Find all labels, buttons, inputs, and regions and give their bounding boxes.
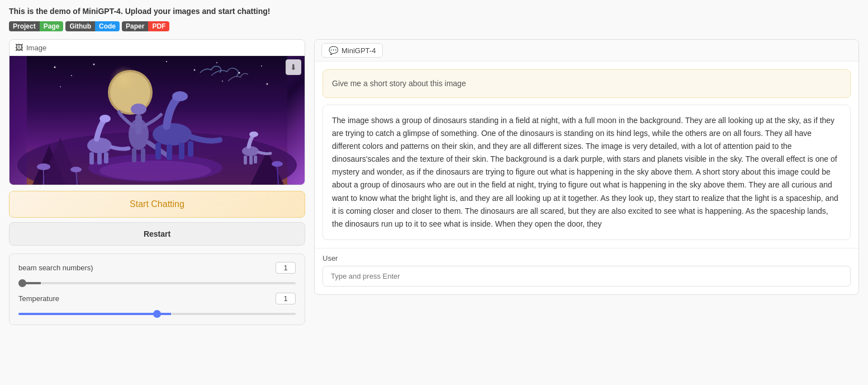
svg-rect-42 <box>249 156 253 165</box>
image-display <box>10 56 305 185</box>
chat-panel: 💬 MiniGPT-4 Give me a short story about … <box>314 39 859 295</box>
svg-point-22 <box>37 163 50 170</box>
beam-label: beam search numbers) <box>18 264 93 272</box>
svg-point-47 <box>70 167 82 172</box>
svg-rect-30 <box>155 143 161 159</box>
dino-scene-svg <box>10 56 305 185</box>
svg-point-12 <box>60 86 61 87</box>
user-message-text: Give me a short story about this image <box>332 79 466 88</box>
image-tab-icon: 🖼 <box>15 43 23 52</box>
badge-project[interactable]: Project Page <box>9 21 63 31</box>
restart-button[interactable]: Restart <box>9 222 305 246</box>
badge-project-left: Project <box>9 21 40 31</box>
image-container: 🖼 Image <box>9 39 305 185</box>
svg-rect-31 <box>167 144 172 160</box>
badge-github-right: Code <box>95 21 120 31</box>
svg-point-14 <box>222 81 223 82</box>
badge-project-right: Page <box>40 21 64 31</box>
svg-point-25 <box>131 104 146 115</box>
badge-paper[interactable]: Paper PDF <box>122 21 169 31</box>
image-tab-label: Image <box>26 44 46 52</box>
svg-point-5 <box>71 75 72 76</box>
svg-rect-33 <box>188 141 193 157</box>
svg-point-28 <box>153 123 192 145</box>
badge-paper-left: Paper <box>122 21 148 31</box>
assistant-message: The image shows a group of dinosaurs sta… <box>322 105 851 240</box>
left-panel: 🖼 Image <box>9 39 305 325</box>
svg-point-8 <box>194 69 196 71</box>
temperature-slider[interactable] <box>18 313 296 315</box>
svg-point-34 <box>87 138 112 153</box>
badge-row: Project Page Github Code Paper PDF <box>9 21 859 31</box>
svg-rect-43 <box>254 156 257 163</box>
user-input-label: User <box>322 254 851 262</box>
temperature-label: Temperature <box>18 294 59 303</box>
svg-point-17 <box>99 161 211 181</box>
chat-messages: Give me a short story about this image T… <box>315 62 858 248</box>
svg-point-6 <box>93 64 95 65</box>
svg-rect-24 <box>135 115 142 134</box>
badge-paper-right: PDF <box>148 21 169 31</box>
chat-tab-bar: 💬 MiniGPT-4 <box>315 40 858 62</box>
controls-panel: beam search numbers) 1 Temperature 1 <box>9 253 305 325</box>
svg-point-11 <box>261 65 262 67</box>
start-chatting-button[interactable]: Start Chatting <box>9 191 305 218</box>
svg-point-35 <box>99 115 111 123</box>
page-title: This is the demo of MiniGPT-4. Upload yo… <box>9 7 859 16</box>
chat-tab-icon: 💬 <box>329 46 338 55</box>
chat-input-area: User <box>315 248 858 294</box>
chat-tab-label: MiniGPT-4 <box>341 46 376 55</box>
chat-input[interactable] <box>322 266 851 287</box>
svg-point-4 <box>54 67 56 68</box>
temperature-control: Temperature 1 <box>18 293 296 317</box>
svg-rect-41 <box>244 156 247 165</box>
svg-rect-27 <box>141 148 145 162</box>
svg-point-13 <box>267 83 268 85</box>
svg-rect-32 <box>179 143 184 159</box>
user-message: Give me a short story about this image <box>322 69 851 98</box>
svg-point-29 <box>172 91 188 101</box>
assistant-message-text: The image shows a group of dinosaurs sta… <box>332 116 838 228</box>
image-tab-bar: 🖼 Image <box>10 40 305 56</box>
beam-value: 1 <box>276 262 296 274</box>
chat-tab[interactable]: 💬 MiniGPT-4 <box>321 43 383 58</box>
svg-rect-37 <box>97 152 102 165</box>
temperature-value: 1 <box>276 293 296 304</box>
svg-point-45 <box>272 161 283 167</box>
svg-rect-36 <box>89 152 94 165</box>
svg-rect-38 <box>104 152 108 163</box>
badge-github-left: Github <box>65 21 95 31</box>
svg-rect-26 <box>132 148 136 162</box>
svg-point-40 <box>249 132 258 137</box>
svg-point-7 <box>166 61 167 62</box>
download-button[interactable]: ⬇ <box>286 59 301 75</box>
badge-github[interactable]: Github Code <box>65 21 120 31</box>
beam-slider[interactable] <box>18 282 296 284</box>
svg-point-9 <box>216 62 217 63</box>
beam-control: beam search numbers) 1 <box>18 262 296 286</box>
